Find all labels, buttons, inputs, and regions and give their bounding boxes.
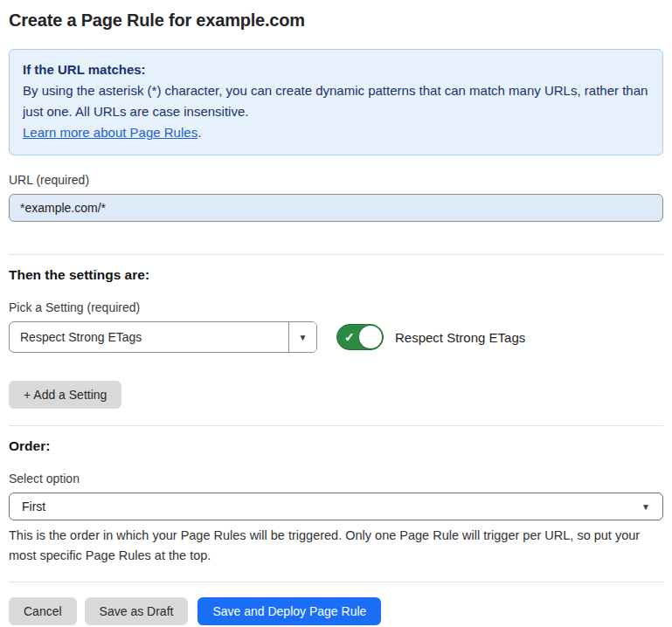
divider-after-settings	[9, 425, 663, 426]
learn-more-link[interactable]: Learn more about Page Rules	[23, 125, 197, 140]
link-suffix: .	[197, 125, 201, 140]
order-section-heading: Order:	[9, 438, 663, 454]
setting-toggle-label: Respect Strong ETags	[395, 330, 525, 345]
cancel-button[interactable]: Cancel	[9, 597, 77, 625]
url-input[interactable]	[9, 194, 663, 222]
setting-dropdown-arrow-button[interactable]: ▼	[288, 322, 316, 352]
check-icon: ✓	[344, 331, 355, 343]
info-box-heading: If the URL matches:	[23, 59, 649, 80]
info-box-body: By using the asterisk (*) character, you…	[23, 80, 649, 122]
setting-toggle[interactable]: ✓	[336, 324, 384, 350]
url-match-info-box: If the URL matches: By using the asteris…	[9, 49, 663, 155]
pick-setting-label: Pick a Setting (required)	[9, 300, 663, 314]
chevron-down-icon: ▼	[641, 502, 650, 512]
chevron-down-icon: ▼	[299, 333, 308, 342]
url-field-label: URL (required)	[9, 173, 663, 187]
setting-row: Respect Strong ETags ▼ ✓ Respect Strong …	[9, 321, 663, 353]
toggle-knob	[359, 326, 382, 348]
order-select-value: First	[22, 500, 45, 513]
settings-section-heading: Then the settings are:	[9, 267, 663, 283]
info-box-link-line: Learn more about Page Rules.	[23, 122, 649, 143]
save-deploy-button[interactable]: Save and Deploy Page Rule	[197, 597, 381, 625]
order-select-label: Select option	[9, 472, 663, 486]
divider-after-url	[9, 254, 663, 255]
save-draft-button[interactable]: Save as Draft	[85, 597, 189, 625]
form-actions: Cancel Save as Draft Save and Deploy Pag…	[9, 597, 663, 625]
setting-dropdown-value: Respect Strong ETags	[10, 322, 288, 352]
order-select[interactable]: First ▼	[9, 493, 663, 520]
divider-above-actions	[9, 582, 663, 582]
page-title: Create a Page Rule for example.com	[9, 10, 663, 31]
page-rule-form: Create a Page Rule for example.com If th…	[0, 0, 672, 625]
setting-dropdown[interactable]: Respect Strong ETags ▼	[9, 321, 317, 353]
order-helper-text: This is the order in which your Page Rul…	[9, 526, 663, 566]
add-setting-button[interactable]: + Add a Setting	[9, 381, 121, 409]
